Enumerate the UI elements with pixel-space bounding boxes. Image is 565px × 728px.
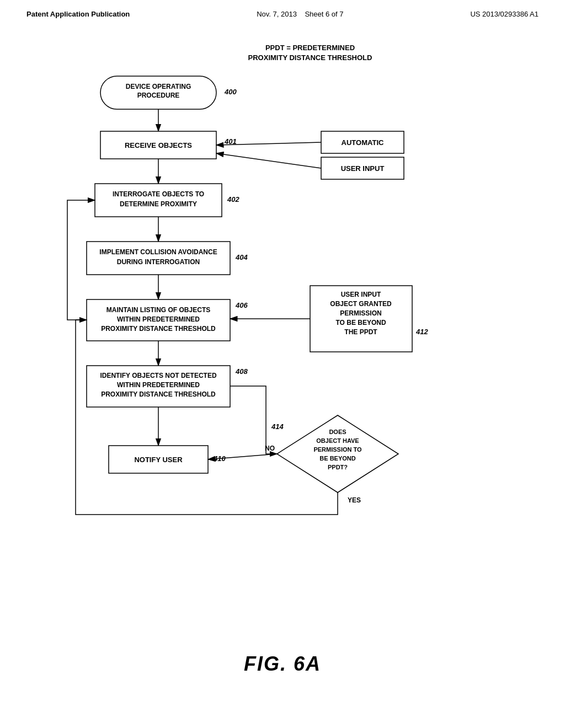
svg-text:IMPLEMENT COLLISION AVOIDANCE: IMPLEMENT COLLISION AVOIDANCE	[99, 248, 217, 256]
svg-text:TO BE BEYOND: TO BE BEYOND	[335, 319, 386, 326]
svg-text:AUTOMATIC: AUTOMATIC	[342, 138, 384, 147]
svg-text:RECEIVE OBJECTS: RECEIVE OBJECTS	[125, 141, 192, 149]
svg-text:WITHIN PREDETERMINED: WITHIN PREDETERMINED	[117, 315, 200, 323]
svg-text:406: 406	[235, 301, 248, 309]
svg-marker-51	[277, 415, 398, 493]
header-right: US 2013/0293386 A1	[470, 10, 539, 18]
svg-text:400: 400	[224, 88, 237, 96]
header-center: Nov. 7, 2013 Sheet 6 of 7	[257, 10, 343, 18]
svg-text:USER INPUT: USER INPUT	[341, 291, 381, 298]
svg-text:PROXIMITY DISTANCE THRESHOLD: PROXIMITY DISTANCE THRESHOLD	[101, 325, 216, 333]
svg-text:404: 404	[235, 253, 248, 261]
svg-text:412: 412	[415, 328, 428, 336]
svg-text:INTERROGATE OBJECTS TO: INTERROGATE OBJECTS TO	[113, 190, 204, 198]
svg-text:DOES: DOES	[329, 429, 346, 435]
svg-text:IDENTIFY OBJECTS NOT DETECTED: IDENTIFY OBJECTS NOT DETECTED	[100, 372, 216, 379]
svg-text:USER INPUT: USER INPUT	[341, 164, 385, 173]
svg-text:PERMISSION: PERMISSION	[340, 309, 381, 317]
svg-text:408: 408	[235, 367, 248, 376]
svg-text:YES: YES	[348, 496, 361, 504]
figure-label: FIG. 6A	[0, 652, 565, 676]
svg-text:DURING INTERROGATION: DURING INTERROGATION	[117, 258, 200, 266]
svg-text:WITHIN PREDETERMINED: WITHIN PREDETERMINED	[117, 381, 200, 389]
svg-text:PROCEDURE: PROCEDURE	[137, 92, 180, 99]
svg-text:THE PPDT: THE PPDT	[344, 328, 377, 336]
svg-text:OBJECT GRANTED: OBJECT GRANTED	[330, 300, 392, 308]
svg-text:PERMISSION TO: PERMISSION TO	[313, 446, 362, 453]
svg-text:DEVICE OPERATING: DEVICE OPERATING	[126, 83, 191, 90]
svg-text:PPDT?: PPDT?	[328, 464, 348, 470]
svg-text:PROXIMITY DISTANCE THRESHOLD: PROXIMITY DISTANCE THRESHOLD	[101, 390, 216, 398]
header-left: Patent Application Publication	[26, 10, 130, 18]
diagram-area: PPDT = PREDETERMINED PROXIMITY DISTANCE …	[0, 24, 565, 647]
svg-text:402: 402	[227, 195, 239, 204]
svg-text:MAINTAIN LISTING OF OBJECTS: MAINTAIN LISTING OF OBJECTS	[106, 306, 210, 314]
svg-text:OBJECT HAVE: OBJECT HAVE	[316, 437, 359, 444]
svg-text:PROXIMITY DISTANCE THRESHOLD: PROXIMITY DISTANCE THRESHOLD	[248, 53, 372, 62]
page-header: Patent Application Publication Nov. 7, 2…	[0, 0, 565, 24]
flowchart-svg: PPDT = PREDETERMINED PROXIMITY DISTANCE …	[45, 35, 520, 614]
svg-line-16	[216, 153, 321, 168]
svg-text:PPDT = PREDETERMINED: PPDT = PREDETERMINED	[265, 44, 355, 52]
svg-text:BE BEYOND: BE BEYOND	[319, 455, 355, 462]
svg-text:414: 414	[271, 422, 284, 431]
svg-text:NOTIFY USER: NOTIFY USER	[134, 456, 183, 464]
svg-text:DETERMINE PROXIMITY: DETERMINE PROXIMITY	[120, 200, 197, 208]
